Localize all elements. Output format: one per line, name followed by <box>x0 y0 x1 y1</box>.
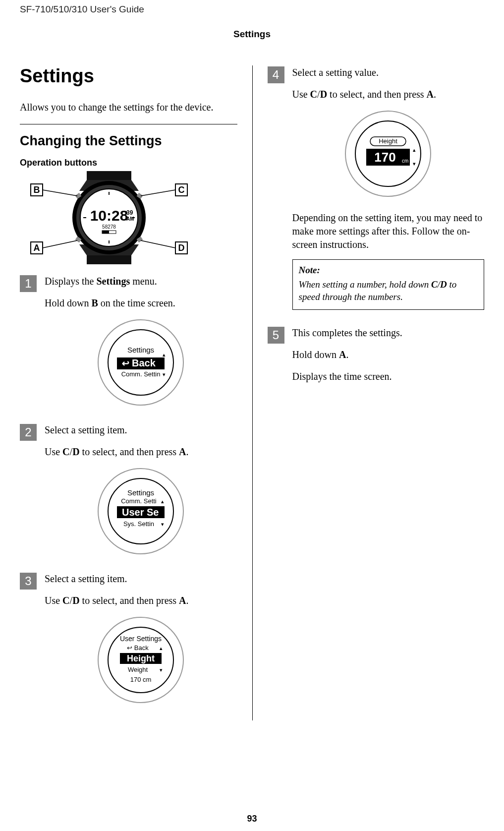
column-right: 4 Select a setting value. Use C/D to sel… <box>252 65 485 720</box>
step-number: 4 <box>268 66 284 83</box>
svg-text:Settings: Settings <box>127 346 154 354</box>
watch-sub: 58278 <box>102 224 116 230</box>
svg-text:Comm. Settin: Comm. Settin <box>121 370 161 378</box>
step-3: 3 Select a setting item. Use C/D to sele… <box>20 572 237 717</box>
svg-text:▾: ▾ <box>161 521 164 527</box>
svg-text:Height: Height <box>379 137 397 145</box>
text-bold: Settings <box>96 276 130 287</box>
svg-text:Sys. Settin: Sys. Settin <box>123 520 154 528</box>
after-text: Depending on the setting item, you may n… <box>292 211 485 251</box>
text: to select, and then press <box>80 595 179 606</box>
watch-screen-3: User Settings ↩ Back ▴ Height Weight ▾ 1… <box>96 615 185 705</box>
text: . <box>434 89 436 100</box>
subtitle: Changing the Settings <box>20 133 237 149</box>
step-5: 5 This completes the settings. Hold down… <box>268 326 485 391</box>
text: . <box>186 446 189 457</box>
text-bold: B <box>91 297 98 308</box>
watch-ampm: AM <box>126 216 134 222</box>
step-body: Displays the Settings menu. Hold down B … <box>45 274 237 420</box>
text: Select a setting item. <box>45 423 237 437</box>
text: Hold down <box>45 297 91 308</box>
step-body: Select a setting item. Use C/D to select… <box>45 423 237 569</box>
text: to select, and then press <box>327 89 427 100</box>
text-bold: A <box>179 446 186 457</box>
watch-diagram: 10:28 39 AM 58278 <box>20 171 198 264</box>
text: Use <box>45 446 62 457</box>
step-number: 3 <box>20 573 37 590</box>
watch-screen-2: Settings Comm. Setti ▴ User Se Sys. Sett… <box>96 467 185 556</box>
text: Use <box>292 89 310 100</box>
header-product: SF-710/510/310 User's Guide <box>20 0 484 15</box>
step-number: 2 <box>20 424 37 441</box>
content-columns: Settings Allows you to change the settin… <box>20 65 484 720</box>
svg-text:▴: ▴ <box>413 147 416 153</box>
watch-seconds: 39 <box>126 209 133 216</box>
page-number: 93 <box>0 814 504 824</box>
svg-text:Comm. Setti: Comm. Setti <box>121 497 157 505</box>
header-section: Settings <box>20 29 484 40</box>
svg-text:Height: Height <box>127 653 155 663</box>
text-bold: D <box>320 89 327 100</box>
button-label-a: A <box>34 243 40 253</box>
text: Hold down <box>292 349 339 360</box>
svg-line-15 <box>43 190 77 196</box>
operation-buttons-label: Operation buttons <box>20 158 237 168</box>
step-number: 1 <box>20 275 37 292</box>
svg-text:170 cm: 170 cm <box>130 676 152 683</box>
step-4: 4 Select a setting value. Use C/D to sel… <box>268 65 485 323</box>
svg-text:▴: ▴ <box>163 352 166 357</box>
svg-text:Weight: Weight <box>128 666 148 673</box>
svg-text:▾: ▾ <box>413 161 416 167</box>
text: Select a setting item. <box>45 572 237 586</box>
svg-rect-10 <box>102 231 109 234</box>
svg-text:User Settings: User Settings <box>120 635 162 643</box>
step-number: 5 <box>268 327 284 344</box>
watch-screen-4: Height 170 cm ▴ ▾ <box>343 109 433 198</box>
text: . <box>186 595 189 606</box>
text: . <box>346 349 348 360</box>
step-2: 2 Select a setting item. Use C/D to sele… <box>20 423 237 569</box>
page: SF-710/510/310 User's Guide Settings Set… <box>0 0 504 831</box>
step-body: Select a setting value. Use C/D to selec… <box>292 65 485 323</box>
text-bold: A <box>339 349 346 360</box>
note-text: When setting a number, hold down C/D to … <box>299 278 478 303</box>
svg-text:User Se: User Se <box>122 507 159 518</box>
button-label-d: D <box>178 243 185 253</box>
svg-text:↩ Back: ↩ Back <box>127 644 149 652</box>
divider <box>20 124 237 124</box>
text: Use <box>45 595 62 606</box>
text-bold: D <box>72 446 79 457</box>
step-1: 1 Displays the Settings menu. Hold down … <box>20 274 237 420</box>
text: menu. <box>130 276 157 287</box>
text-bold: C <box>62 446 69 457</box>
svg-text:cm: cm <box>402 158 408 164</box>
svg-line-18 <box>141 240 175 248</box>
watch-time: 10:28 <box>90 207 128 224</box>
button-label-b: B <box>34 185 40 195</box>
text-bold: C <box>62 595 69 606</box>
page-title: Settings <box>20 65 237 87</box>
text: This completes the settings. <box>292 326 485 340</box>
text: Select a setting value. <box>292 65 485 79</box>
svg-text:▴: ▴ <box>160 645 163 651</box>
svg-text:↩ Back: ↩ Back <box>122 357 156 368</box>
text: Displays the <box>45 276 96 287</box>
button-label-c: C <box>178 185 185 195</box>
note-box: Note: When setting a number, hold down C… <box>292 259 485 310</box>
text-bold: C <box>310 89 317 100</box>
svg-text:Settings: Settings <box>127 488 154 497</box>
svg-text:▾: ▾ <box>160 667 163 673</box>
svg-line-17 <box>141 190 175 196</box>
text: to select, and then press <box>80 446 179 457</box>
step-body: Select a setting item. Use C/D to select… <box>45 572 237 717</box>
svg-text:170: 170 <box>375 150 396 165</box>
step-body: This completes the settings. Hold down A… <box>292 326 485 391</box>
intro-text: Allows you to change the settings for th… <box>20 101 237 114</box>
text-bold: A <box>179 595 186 606</box>
column-left: Settings Allows you to change the settin… <box>20 65 252 720</box>
svg-text:▴: ▴ <box>161 498 164 504</box>
svg-line-16 <box>43 240 77 248</box>
watch-screen-1: Settings ▴ ↩ Back Comm. Settin ▾ <box>96 318 185 407</box>
note-title: Note: <box>299 264 478 277</box>
text-bold: D <box>72 595 79 606</box>
